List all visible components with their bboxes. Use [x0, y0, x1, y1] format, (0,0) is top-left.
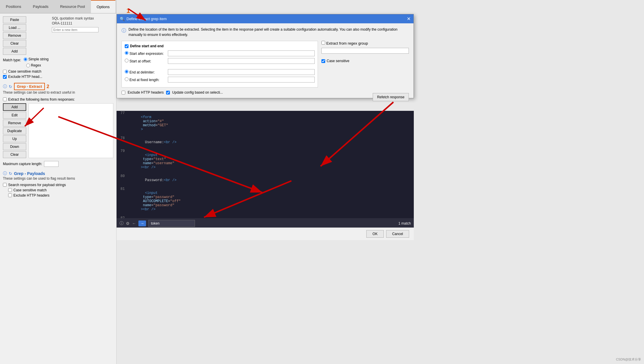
- back-search-button[interactable]: ←: [132, 221, 136, 226]
- define-start-end-checkbox[interactable]: [125, 44, 129, 48]
- refetch-button[interactable]: Refetch response: [373, 93, 409, 101]
- case-sensitive-row: Case sensitive match: [3, 69, 113, 74]
- extract-remove-button[interactable]: Remove: [3, 120, 26, 127]
- refresh-icon-payloads[interactable]: ↻: [9, 171, 12, 176]
- extract-edit-button[interactable]: Edit: [3, 112, 26, 119]
- tab-positions[interactable]: Positions: [0, 0, 27, 13]
- extract-checkbox[interactable]: [3, 97, 7, 101]
- start-offset-radio[interactable]: [125, 59, 129, 62]
- extract-regex-box: Extract from regex group Case sensitive: [321, 41, 409, 88]
- max-capture-input[interactable]: 100: [44, 161, 59, 167]
- payload-exclude-label: Exclude HTTP headers: [13, 193, 50, 197]
- match-count: 1 match: [398, 221, 411, 225]
- dialog-title: Define extract grep item: [126, 17, 167, 21]
- define-start-end-box: Define start and end Start after express…: [122, 41, 318, 88]
- cancel-button[interactable]: Cancel: [386, 230, 409, 238]
- title-left: 🔍 Define extract grep item: [120, 17, 167, 21]
- start-after-label: Start after expression:: [129, 52, 163, 56]
- clear-button-top[interactable]: Clear: [3, 40, 26, 47]
- top-button-list: Paste Load ... Remove Clear Add: [3, 16, 26, 55]
- forward-search-button[interactable]: →: [138, 220, 146, 226]
- define-start-end-title: Define start and end: [125, 44, 315, 48]
- extract-add-button[interactable]: Add: [3, 103, 26, 111]
- tab-options[interactable]: Options: [91, 0, 116, 13]
- regex-label: Regex: [31, 63, 41, 67]
- update-config-checkbox[interactable]: [166, 91, 170, 94]
- regex-radio[interactable]: [26, 64, 30, 67]
- annotation-2: 2: [47, 84, 49, 89]
- paste-button[interactable]: Paste: [3, 16, 26, 23]
- payload-case-sensitive[interactable]: [8, 188, 12, 192]
- case-sensitive-checkbox[interactable]: [3, 70, 7, 74]
- tab-bar: Positions Payloads Resource Pool Options: [0, 0, 116, 13]
- dialog-close-button[interactable]: ✕: [407, 16, 411, 22]
- match-type-label: Match type:: [3, 58, 21, 62]
- code-viewer: 77 <form action="#" method="GET" > 78 Us…: [117, 111, 414, 218]
- update-config-label: Update config based on selecti...: [172, 90, 223, 94]
- help-icon-extract[interactable]: ⓘ: [3, 84, 7, 89]
- code-line-77: 77 <form action="#" method="GET" >: [117, 111, 414, 136]
- code-line-79: 79 <input type="text" name="username" ><…: [117, 149, 414, 174]
- dialog-titlebar: 🔍 Define extract grep item ✕: [117, 14, 414, 23]
- clear-button-extract[interactable]: Clear: [3, 151, 26, 158]
- extract-regex-label: Extract from regex group: [326, 41, 368, 46]
- regex-input[interactable]: [321, 48, 409, 54]
- add-button-top[interactable]: Add: [3, 48, 26, 55]
- end-delimiter-row: End at delimiter:: [125, 69, 315, 75]
- payload-exclude-row: Exclude HTTP headers: [8, 193, 113, 197]
- extract-section: Extract the following items from respons…: [3, 97, 113, 158]
- search-input[interactable]: token: [148, 220, 195, 227]
- code-line-81: 81 <input type="password" AUTOCOMPLETE="…: [117, 187, 414, 216]
- exclude-http-dialog[interactable]: [122, 91, 125, 94]
- extract-regex-checkbox[interactable]: [321, 41, 325, 45]
- search-bar: ⓘ ⚙ ← → token 1 match: [117, 218, 414, 229]
- help-search-button[interactable]: ⓘ: [119, 221, 124, 226]
- dialog-body: ⓘ Define the location of the item to be …: [117, 23, 414, 98]
- tab-payloads[interactable]: Payloads: [27, 0, 54, 13]
- start-after-input[interactable]: [168, 50, 315, 56]
- code-line-80: 80 Password:<br />: [117, 174, 414, 187]
- end-fixed-row: End at fixed length:: [125, 77, 315, 83]
- new-item-input[interactable]: [52, 27, 98, 32]
- match-type-section: Match type: Simple string Regex Case sen…: [3, 57, 113, 79]
- simple-string-radio[interactable]: [24, 57, 27, 61]
- extract-down-button[interactable]: Down: [3, 143, 26, 150]
- start-offset-input[interactable]: [168, 58, 315, 64]
- annotation-number-1: 1: [126, 7, 130, 15]
- dialog-buttons: OK Cancel: [117, 228, 414, 240]
- remove-button[interactable]: Remove: [3, 32, 26, 39]
- max-capture-row: Maximum capture length: 100: [3, 161, 113, 167]
- help-icon-payloads[interactable]: ⓘ: [3, 171, 7, 176]
- extract-button-list: Add Edit Remove Duplicate Up Down Clear: [3, 103, 26, 158]
- settings-search-button[interactable]: ⚙: [126, 221, 130, 226]
- end-fixed-input[interactable]: [168, 77, 315, 83]
- extract-up-button[interactable]: Up: [3, 135, 26, 142]
- dialog-description: ⓘ Define the location of the item to be …: [122, 27, 409, 37]
- grep-extract-header: Grep - Extract: [14, 83, 45, 90]
- case-sensitive-right-checkbox[interactable]: [321, 59, 325, 63]
- end-delimiter-radio[interactable]: [125, 70, 129, 74]
- start-after-row: Start after expression:: [125, 50, 315, 56]
- search-payload-checkbox[interactable]: [3, 183, 7, 187]
- tab-resource-pool[interactable]: Resource Pool: [54, 0, 91, 13]
- search-payload-label: Search responses for payload strings: [8, 183, 66, 187]
- items-list: SQL quotation mark syntax ORA-111111: [52, 16, 98, 55]
- config-row: Define start and end Start after express…: [122, 41, 409, 88]
- dialog-desc-text: Define the location of the item to be ex…: [129, 27, 409, 37]
- grep-payloads-desc: These settings can be used to flag resul…: [3, 176, 113, 181]
- max-capture-label: Maximum capture length:: [3, 162, 42, 166]
- refresh-icon-extract[interactable]: ↻: [9, 84, 12, 89]
- ok-button[interactable]: OK: [366, 230, 383, 238]
- load-button[interactable]: Load ...: [3, 24, 26, 31]
- end-fixed-radio[interactable]: [125, 77, 129, 81]
- case-sensitive-right-label: Case sensitive: [327, 59, 349, 63]
- payload-case-sensitive-row: Case sensitive match: [8, 188, 113, 192]
- end-delimiter-input[interactable]: [168, 69, 315, 75]
- exclude-http-checkbox[interactable]: [3, 75, 7, 79]
- extract-duplicate-button[interactable]: Duplicate: [3, 127, 26, 134]
- left-content: Paste Load ... Remove Clear Add SQL quot…: [0, 13, 116, 202]
- watermark: CSDN@技术分享: [616, 357, 641, 362]
- payload-exclude-http[interactable]: [8, 193, 12, 197]
- start-after-radio[interactable]: [125, 51, 129, 55]
- case-sensitive-label: Case sensitive match: [8, 69, 41, 74]
